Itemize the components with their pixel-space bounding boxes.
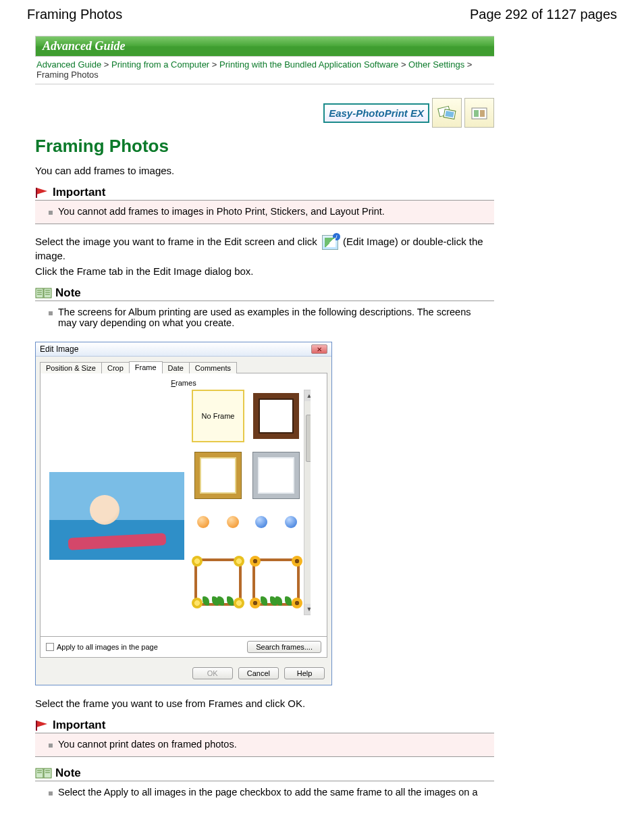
svg-rect-19	[44, 768, 51, 778]
breadcrumb-current: Framing Photos	[36, 70, 99, 80]
topic-title: Framing Photos	[35, 136, 494, 157]
important-body: You cannot add frames to images in Photo…	[35, 201, 494, 224]
tab-frame[interactable]: Frame	[129, 361, 163, 373]
tab-crop[interactable]: Crop	[101, 362, 130, 373]
important-item: You cannot print dates on framed photos.	[49, 739, 491, 750]
scroll-up-icon[interactable]: ▲	[304, 390, 314, 401]
tabs: Position & Size Crop Frame Date Comments	[40, 361, 327, 373]
scrollbar[interactable]: ▲ ▼	[304, 390, 315, 615]
guide-banner: Advanced Guide	[35, 36, 494, 57]
ok-button[interactable]: OK	[192, 667, 233, 679]
cancel-button[interactable]: Cancel	[238, 667, 279, 679]
breadcrumb-link[interactable]: Printing from a Computer	[111, 59, 209, 70]
step-text-pre: Select the image you want to frame in th…	[35, 236, 320, 247]
checkbox-icon	[46, 643, 54, 651]
svg-rect-8	[36, 288, 43, 298]
important-item: You cannot add frames to images in Photo…	[49, 206, 491, 217]
important-label: Important	[53, 186, 105, 199]
note-item: The screens for Album printing are used …	[49, 307, 491, 328]
note-icon	[35, 767, 53, 779]
svg-marker-16	[36, 721, 47, 727]
app-name-badge: Easy-PhotoPrint EX	[323, 103, 429, 123]
frame-option-silver[interactable]	[250, 449, 302, 502]
page-number: Page 292 of 1127 pages	[470, 7, 617, 22]
frame-option-flower-b[interactable]	[250, 556, 302, 608]
important-body: You cannot print dates on framed photos.	[35, 733, 494, 757]
edit-image-dialog: Edit Image ✕ Position & Size Crop Frame …	[35, 342, 332, 685]
frame-option-wood[interactable]	[250, 390, 302, 442]
frame-option-flower-a[interactable]	[192, 556, 244, 608]
svg-rect-18	[36, 768, 43, 778]
close-icon[interactable]: ✕	[311, 344, 327, 354]
frame-option-gold[interactable]	[192, 449, 244, 502]
preview-image	[49, 472, 184, 560]
breadcrumb: Advanced Guide > Printing from a Compute…	[35, 57, 494, 84]
breadcrumb-sep: >	[104, 59, 109, 70]
step-text: Select the frame you want to use from Fr…	[35, 698, 494, 709]
svg-rect-7	[36, 188, 37, 198]
scroll-thumb[interactable]	[306, 415, 313, 462]
tab-comments[interactable]: Comments	[189, 362, 237, 373]
photos-icon[interactable]	[432, 98, 462, 128]
help-button[interactable]: Help	[284, 667, 325, 679]
tab-position-size[interactable]: Position & Size	[40, 362, 102, 373]
step-text: Click the Frame tab in the Edit Image di…	[35, 265, 494, 277]
note-body: Select the Apply to all images in the pa…	[35, 781, 494, 804]
important-flag-icon	[35, 186, 50, 199]
apply-all-checkbox[interactable]: Apply to all images in the page	[46, 643, 158, 651]
frame-grid: No Frame	[192, 390, 321, 615]
step-text: Select the image you want to frame in th…	[35, 235, 494, 261]
breadcrumb-link[interactable]: Printing with the Bundled Application So…	[219, 59, 398, 70]
note-label: Note	[55, 286, 81, 300]
apply-all-label: Apply to all images in the page	[57, 643, 158, 651]
tab-date[interactable]: Date	[162, 362, 190, 373]
page-title: Framing Photos	[27, 7, 122, 22]
note-label: Note	[55, 766, 81, 780]
breadcrumb-link[interactable]: Other Settings	[408, 59, 464, 70]
frame-preview	[46, 390, 188, 615]
important-label: Important	[53, 719, 105, 732]
breadcrumb-sep: >	[467, 59, 473, 70]
dialog-title: Edit Image	[40, 344, 78, 354]
intro-text: You can add frames to images.	[35, 165, 494, 176]
svg-rect-5	[480, 110, 485, 117]
frame-option-none[interactable]: No Frame	[192, 390, 244, 442]
breadcrumb-link[interactable]: Advanced Guide	[36, 59, 101, 70]
scroll-down-icon[interactable]: ▼	[304, 604, 314, 615]
note-item: Select the Apply to all images in the pa…	[49, 787, 491, 798]
frame-option-pins-blue[interactable]	[250, 509, 302, 536]
album-icon[interactable]	[464, 98, 494, 128]
breadcrumb-sep: >	[401, 59, 406, 70]
svg-rect-9	[44, 288, 51, 298]
important-flag-icon	[35, 719, 50, 731]
note-body: The screens for Album printing are used …	[35, 301, 494, 335]
frames-label: Frames	[46, 379, 321, 387]
svg-rect-17	[36, 721, 37, 731]
svg-marker-6	[36, 188, 47, 194]
frame-option-pins-orange[interactable]	[192, 509, 244, 536]
edit-image-icon: i	[322, 235, 338, 250]
search-frames-button[interactable]: Search frames....	[247, 641, 321, 653]
svg-rect-4	[474, 110, 479, 117]
note-icon	[35, 287, 53, 299]
breadcrumb-sep: >	[212, 59, 217, 70]
no-frame-label: No Frame	[202, 412, 235, 420]
